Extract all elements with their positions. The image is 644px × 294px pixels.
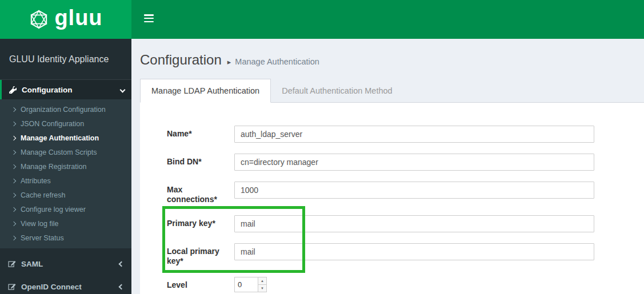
form-row-level: Level ▲ ▼: [167, 277, 594, 292]
configuration-submenu: Organization Configuration JSON Configur…: [0, 99, 131, 248]
hamburger-icon: [144, 14, 154, 16]
spinner-down-button[interactable]: ▼: [258, 285, 266, 292]
tabs-row: Manage LDAP Authentication Default Authe…: [140, 79, 644, 103]
chevron-right-icon: [11, 235, 16, 240]
chevron-right-icon: [11, 178, 16, 183]
form-row-max-connections: Max connections*: [167, 182, 594, 204]
gluu-logo-icon: [29, 9, 49, 30]
bind-dn-label: Bind DN*: [167, 154, 234, 171]
sidebar-item-openid-connect[interactable]: OpenID Connect: [0, 275, 131, 294]
chevron-right-icon: [11, 135, 16, 140]
max-connections-input[interactable]: [234, 182, 594, 199]
name-input[interactable]: [234, 126, 594, 143]
chevron-right-icon: [11, 107, 16, 111]
breadcrumb-separator-icon: ▸: [227, 58, 231, 66]
primary-key-label: Primary key*: [167, 215, 234, 232]
ldap-authentication-form: Name* Bind DN* Max connections* Primary …: [140, 103, 644, 294]
form-row-primary-key: Primary key*: [167, 215, 594, 232]
chevron-left-icon: [119, 284, 125, 289]
wrench-icon: [9, 86, 17, 94]
tab-container: Manage LDAP Authentication Default Authe…: [140, 79, 644, 294]
level-spinner: ▲ ▼: [234, 277, 267, 292]
form-row-name: Name*: [167, 126, 594, 143]
max-connections-label: Max connections*: [167, 182, 234, 204]
local-primary-key-label: Local primary key*: [167, 243, 234, 266]
tab-default-authentication-method[interactable]: Default Authentication Method: [271, 79, 403, 102]
chevron-down-icon: [120, 87, 126, 92]
chevron-right-icon: [11, 221, 16, 225]
name-label: Name*: [167, 126, 234, 143]
spinner-up-button[interactable]: ▲: [258, 277, 266, 285]
top-navbar: [131, 0, 644, 39]
level-input[interactable]: [235, 277, 258, 292]
appliance-title: GLUU Identity Appliance: [0, 39, 131, 80]
sidebar-item-attributes[interactable]: Attributes: [0, 174, 131, 188]
page-title: Configuration: [140, 51, 222, 69]
local-primary-key-input[interactable]: [234, 243, 594, 260]
chevron-right-icon: [11, 121, 16, 126]
sidebar-item-label: Configuration: [22, 86, 121, 94]
edit-square-icon: [8, 260, 16, 268]
sidebar-item-server-status[interactable]: Server Status: [0, 231, 131, 245]
primary-key-input[interactable]: [234, 215, 594, 232]
sidebar-item-saml[interactable]: SAML: [0, 252, 131, 275]
chevron-right-icon: [11, 150, 16, 154]
brand-logo[interactable]: gluu: [0, 0, 131, 39]
brand-name: gluu: [54, 7, 102, 32]
bind-dn-input[interactable]: [234, 154, 594, 171]
chevron-right-icon: [11, 192, 16, 197]
chevron-right-icon: [11, 164, 16, 168]
level-label: Level: [167, 277, 234, 292]
sidebar-item-manage-authentication[interactable]: Manage Authentication: [0, 131, 131, 145]
sidebar-item-manage-custom-scripts[interactable]: Manage Custom Scripts: [0, 145, 131, 159]
sidebar-item-configuration[interactable]: Configuration: [0, 80, 131, 99]
sidebar-item-view-log-file[interactable]: View log file: [0, 216, 131, 231]
form-row-bind-dn: Bind DN*: [167, 154, 594, 171]
sidebar-item-configure-log-viewer[interactable]: Configure log viewer: [0, 202, 131, 216]
edit-square-icon: [8, 283, 16, 291]
sidebar-toggle-button[interactable]: [144, 14, 154, 22]
form-row-local-primary-key: Local primary key*: [167, 243, 594, 266]
sidebar-item-cache-refresh[interactable]: Cache refresh: [0, 188, 131, 202]
sidebar: GLUU Identity Appliance Configuration Or…: [0, 39, 131, 294]
sidebar-item-json-configuration[interactable]: JSON Configuration: [0, 116, 131, 131]
chevron-left-icon: [119, 261, 125, 267]
tab-manage-ldap-authentication[interactable]: Manage LDAP Authentication: [140, 79, 271, 103]
main-content: Configuration ▸ Manage Authentication Ma…: [131, 39, 644, 294]
sidebar-item-manage-registration[interactable]: Manage Registration: [0, 159, 131, 174]
chevron-right-icon: [11, 207, 16, 211]
breadcrumb: Configuration ▸ Manage Authentication: [131, 39, 644, 79]
sidebar-item-organization-configuration[interactable]: Organization Configuration: [0, 102, 131, 116]
breadcrumb-current: Manage Authentication: [235, 57, 319, 66]
